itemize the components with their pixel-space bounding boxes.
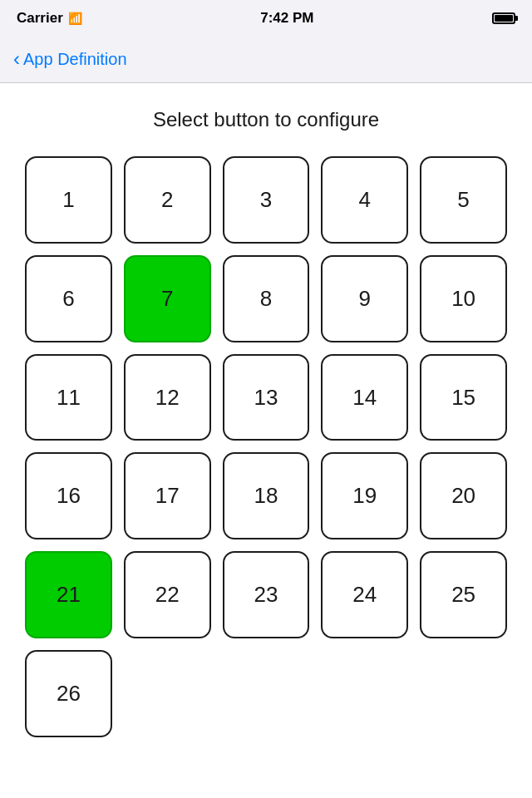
button-18[interactable]: 18 bbox=[223, 452, 310, 539]
button-9[interactable]: 9 bbox=[321, 255, 408, 342]
button-5[interactable]: 5 bbox=[420, 156, 507, 244]
back-chevron-icon: ‹ bbox=[13, 49, 20, 69]
button-8[interactable]: 8 bbox=[223, 255, 310, 342]
page-title: Select button to configure bbox=[17, 108, 515, 131]
button-12[interactable]: 12 bbox=[124, 354, 211, 441]
button-19[interactable]: 19 bbox=[321, 452, 408, 539]
button-20[interactable]: 20 bbox=[420, 452, 507, 539]
button-grid: 1234567891011121314151617181920212223242… bbox=[17, 156, 515, 737]
battery-icon bbox=[492, 12, 515, 24]
button-22[interactable]: 22 bbox=[124, 551, 211, 638]
nav-bar: ‹ App Definition bbox=[0, 37, 532, 83]
button-17[interactable]: 17 bbox=[124, 452, 211, 539]
button-15[interactable]: 15 bbox=[420, 354, 507, 441]
status-bar: Carrier 📶 7:42 PM bbox=[0, 0, 532, 37]
button-10[interactable]: 10 bbox=[420, 255, 507, 342]
button-11[interactable]: 11 bbox=[25, 354, 112, 441]
button-21[interactable]: 21 bbox=[25, 551, 112, 638]
page-content: Select button to configure 1234567891011… bbox=[0, 83, 532, 798]
button-25[interactable]: 25 bbox=[420, 551, 507, 638]
status-time: 7:42 PM bbox=[260, 10, 313, 27]
button-13[interactable]: 13 bbox=[223, 354, 310, 441]
button-26[interactable]: 26 bbox=[25, 650, 112, 737]
button-4[interactable]: 4 bbox=[321, 156, 408, 244]
status-battery-area bbox=[492, 12, 515, 24]
button-6[interactable]: 6 bbox=[25, 255, 112, 342]
battery-fill bbox=[495, 15, 513, 22]
button-7[interactable]: 7 bbox=[124, 255, 211, 342]
back-label: App Definition bbox=[23, 50, 127, 69]
button-14[interactable]: 14 bbox=[321, 354, 408, 441]
carrier-label: Carrier bbox=[17, 10, 63, 27]
button-23[interactable]: 23 bbox=[223, 551, 310, 638]
button-1[interactable]: 1 bbox=[25, 156, 112, 244]
button-16[interactable]: 16 bbox=[25, 452, 112, 539]
button-2[interactable]: 2 bbox=[124, 156, 211, 244]
status-carrier: Carrier 📶 bbox=[17, 10, 82, 27]
back-button[interactable]: ‹ App Definition bbox=[13, 50, 127, 69]
button-3[interactable]: 3 bbox=[223, 156, 310, 244]
wifi-icon: 📶 bbox=[68, 12, 82, 25]
button-24[interactable]: 24 bbox=[321, 551, 408, 638]
